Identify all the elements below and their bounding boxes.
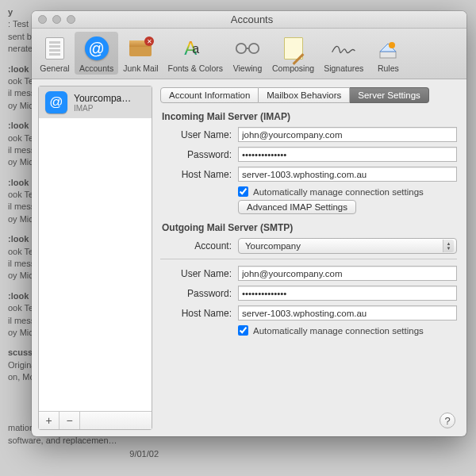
help-button[interactable]: ? bbox=[440, 413, 455, 428]
outgoing-password-field[interactable] bbox=[238, 286, 457, 301]
general-icon bbox=[45, 37, 64, 60]
outgoing-password-label: Password: bbox=[160, 288, 238, 299]
toolbar-item-fonts[interactable]: Aa Fonts & Colors bbox=[163, 32, 228, 75]
outgoing-account-value: Yourcompany bbox=[245, 241, 301, 251]
svg-point-5 bbox=[389, 42, 395, 48]
incoming-auto-checkbox[interactable] bbox=[238, 186, 248, 197]
compose-icon bbox=[284, 37, 303, 60]
remove-account-button[interactable]: − bbox=[60, 412, 80, 429]
account-tabs: Account Information Mailbox Behaviors Se… bbox=[160, 87, 457, 103]
titlebar[interactable]: Accounts bbox=[32, 11, 466, 29]
outgoing-host-field[interactable] bbox=[238, 305, 457, 321]
preferences-toolbar: General @ Accounts Junk Mail Aa Fonts & … bbox=[32, 29, 466, 79]
advanced-imap-button[interactable]: Advanced IMAP Settings bbox=[238, 200, 356, 214]
sidebar-account-row[interactable]: @ Yourcompa… IMAP bbox=[39, 86, 152, 118]
incoming-host-field[interactable] bbox=[238, 167, 457, 182]
at-icon: @ bbox=[45, 91, 67, 113]
toolbar-label: Fonts & Colors bbox=[168, 63, 223, 73]
toolbar-item-junk[interactable]: Junk Mail bbox=[118, 32, 163, 75]
tab-mailbox-behaviors[interactable]: Mailbox Behaviors bbox=[259, 87, 350, 103]
incoming-password-field[interactable] bbox=[238, 147, 457, 162]
toolbar-label: General bbox=[40, 63, 69, 73]
toolbar-label: Accounts bbox=[79, 63, 113, 73]
chevron-updown-icon: ▲▼ bbox=[443, 240, 454, 252]
toolbar-label: Junk Mail bbox=[123, 63, 158, 73]
incoming-section-title: Incoming Mail Server (IMAP) bbox=[162, 111, 457, 122]
bg-bottom-line2: software, and replacemen… bbox=[8, 436, 117, 445]
outgoing-account-label: Account: bbox=[160, 240, 238, 251]
tab-account-information[interactable]: Account Information bbox=[160, 87, 259, 103]
toolbar-label: Rules bbox=[378, 63, 399, 73]
outgoing-account-select[interactable]: Yourcompany ▲▼ bbox=[238, 238, 457, 254]
outgoing-username-field[interactable] bbox=[238, 266, 457, 281]
tab-server-settings[interactable]: Server Settings bbox=[350, 87, 429, 103]
window-title: Accounts bbox=[44, 13, 460, 25]
svg-point-1 bbox=[249, 44, 259, 53]
toolbar-label: Viewing bbox=[233, 63, 263, 73]
outgoing-auto-checkbox[interactable] bbox=[238, 325, 248, 336]
fonts-icon: Aa bbox=[184, 37, 206, 60]
rules-icon bbox=[374, 35, 401, 62]
toolbar-item-composing[interactable]: Composing bbox=[267, 32, 319, 75]
outgoing-username-label: User Name: bbox=[160, 268, 238, 279]
add-account-button[interactable]: + bbox=[39, 412, 60, 429]
incoming-username-label: User Name: bbox=[160, 129, 238, 140]
toolbar-item-accounts[interactable]: @ Accounts bbox=[75, 32, 118, 75]
account-settings-pane: Account Information Mailbox Behaviors Se… bbox=[152, 79, 466, 436]
account-name: Yourcompa… bbox=[74, 93, 131, 104]
incoming-host-label: Host Name: bbox=[160, 169, 238, 180]
incoming-password-label: Password: bbox=[160, 149, 238, 160]
signature-icon bbox=[330, 35, 357, 62]
incoming-auto-label: Automatically manage connection settings bbox=[253, 187, 424, 197]
toolbar-item-rules[interactable]: Rules bbox=[368, 32, 408, 75]
accounts-sidebar: @ Yourcompa… IMAP + − bbox=[38, 86, 152, 430]
account-type: IMAP bbox=[74, 104, 131, 113]
toolbar-item-viewing[interactable]: Viewing bbox=[228, 32, 267, 75]
toolbar-item-signatures[interactable]: Signatures bbox=[319, 32, 368, 75]
incoming-username-field[interactable] bbox=[238, 127, 457, 142]
separator bbox=[160, 259, 457, 259]
toolbar-label: Signatures bbox=[324, 63, 363, 73]
svg-rect-3 bbox=[380, 52, 396, 58]
at-icon: @ bbox=[85, 36, 109, 60]
outgoing-section-title: Outgoing Mail Server (SMTP) bbox=[162, 222, 457, 233]
outgoing-auto-label: Automatically manage connection settings bbox=[253, 326, 424, 336]
preferences-window: Accounts General @ Accounts Junk Mail Aa… bbox=[32, 11, 466, 436]
toolbar-item-general[interactable]: General bbox=[35, 32, 75, 75]
svg-point-0 bbox=[236, 44, 246, 53]
junk-icon bbox=[129, 40, 152, 56]
viewing-icon bbox=[234, 35, 261, 62]
outgoing-host-label: Host Name: bbox=[160, 308, 238, 319]
bg-bottom-date: 9/01/02 bbox=[8, 447, 159, 461]
